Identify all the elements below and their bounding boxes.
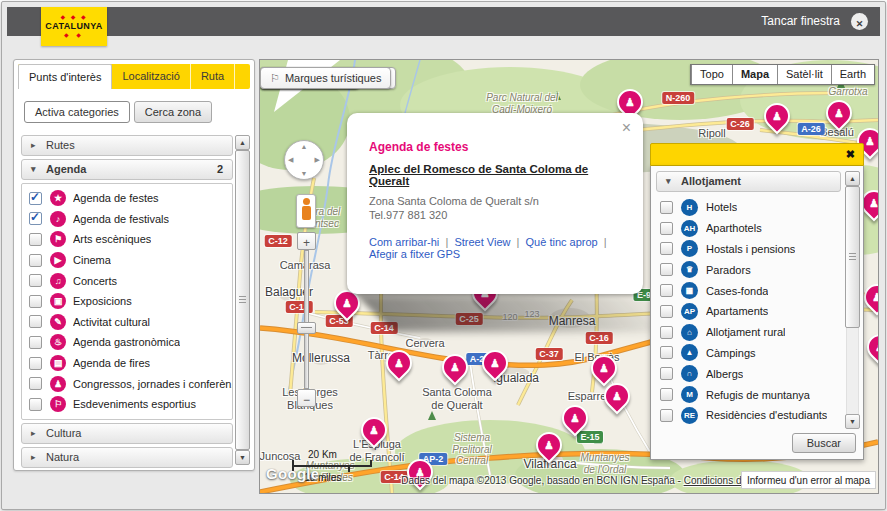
scroll-up-icon[interactable]	[235, 135, 250, 150]
lodging-row: AP Apartaments	[656, 301, 841, 322]
map-label: Muntanyes de l'Ordal	[581, 452, 630, 475]
lodging-panel-header[interactable]	[650, 143, 864, 166]
popup-action-link[interactable]: Què tinc aprop	[526, 236, 613, 248]
category-checkbox[interactable]	[29, 357, 42, 370]
lodging-checkbox[interactable]	[660, 305, 673, 318]
sidebar-tab[interactable]: Ruta	[191, 64, 235, 89]
map-attribution: Dades del mapa ©2013 Google, basado en B…	[401, 475, 754, 486]
scroll-up-icon[interactable]	[845, 171, 860, 186]
popup-title-link[interactable]: Aplec del Romesco de Santa Coloma de Que…	[369, 163, 623, 187]
map-type-button[interactable]: Satèl·lit	[777, 65, 831, 84]
map-type-button[interactable]: Mapa	[732, 65, 777, 84]
lodging-label: Hostals i pensions	[706, 243, 795, 255]
category-row: ★ Agenda de festes	[22, 188, 232, 209]
pan-up-icon[interactable]	[301, 143, 308, 150]
pan-control[interactable]	[284, 140, 324, 180]
panel-close-icon[interactable]	[846, 148, 855, 161]
map-marker[interactable]	[386, 350, 412, 376]
zoom-slider-track	[304, 250, 309, 389]
logo-text: CATALUNYA	[41, 21, 107, 32]
scroll-down-icon[interactable]	[235, 450, 250, 465]
lodging-icon: ∩	[681, 365, 698, 382]
road-badge: N-260	[662, 92, 694, 104]
map-type-button[interactable]: Topo	[691, 65, 732, 84]
map-marker[interactable]	[482, 350, 508, 376]
map-canvas[interactable]: Parc Natural del Cadí-MoixeróGarrotxaRip…	[259, 59, 879, 494]
map-type-button[interactable]: Earth	[831, 65, 874, 84]
scroll-thumb[interactable]	[235, 150, 250, 450]
map-marker[interactable]	[536, 432, 562, 458]
map-marker[interactable]	[442, 354, 468, 380]
category-checkbox[interactable]	[29, 192, 42, 205]
report-error-link[interactable]: Informeu d'un error al mapa	[741, 471, 876, 489]
sidebar-action-button[interactable]: Cerca zona	[134, 101, 212, 123]
pan-right-icon[interactable]	[315, 156, 320, 164]
category-checkbox[interactable]	[29, 274, 42, 287]
tree-icon	[428, 411, 436, 420]
sidebar-tab[interactable]: Localització	[112, 64, 190, 89]
lodging-checkbox[interactable]	[660, 326, 673, 339]
map-marker[interactable]	[361, 417, 387, 443]
zoom-slider-thumb[interactable]	[297, 322, 316, 334]
map-marker[interactable]	[826, 100, 852, 126]
scroll-thumb[interactable]	[845, 186, 860, 328]
map-marker[interactable]	[591, 355, 617, 381]
map-marker[interactable]	[617, 89, 643, 115]
map-marker[interactable]	[604, 383, 630, 409]
category-checkbox[interactable]	[29, 398, 42, 411]
road-badge: E-15	[577, 431, 603, 443]
zoom-in-button[interactable]	[297, 232, 316, 250]
category-checkbox[interactable]	[29, 377, 42, 390]
zoom-out-button[interactable]	[297, 389, 316, 407]
tool-label: Marques turístiques	[285, 72, 382, 84]
category-row: ♪ Agenda de festivals	[22, 209, 232, 230]
lodging-checkbox[interactable]	[660, 409, 673, 422]
lodging-checkbox[interactable]	[660, 263, 673, 276]
map-tool-button[interactable]: ⚐ Marques turístiques	[260, 67, 391, 89]
category-label: Agenda de festivals	[73, 213, 169, 225]
lodging-icon: ▦	[681, 282, 698, 299]
popup-action-link[interactable]: Afegir a fitxer GPS	[369, 248, 460, 260]
lodging-checkbox[interactable]	[660, 367, 673, 380]
lodging-checkbox[interactable]	[660, 242, 673, 255]
lodging-checkbox[interactable]	[660, 222, 673, 235]
lodging-checkbox[interactable]	[660, 346, 673, 359]
close-window-link[interactable]: Tancar finestra	[761, 7, 840, 36]
pegman-button[interactable]	[296, 194, 316, 228]
sidebar-action-button[interactable]: Activa categories	[24, 101, 130, 123]
map-type-label: Earth	[840, 68, 866, 80]
accordion-cultura[interactable]: Cultura	[21, 423, 233, 444]
popup-action-link[interactable]: Street View	[454, 236, 525, 248]
map-marker[interactable]	[562, 405, 588, 431]
accordion-allotjament[interactable]: Allotjament	[656, 171, 841, 192]
category-checkbox[interactable]	[29, 336, 42, 349]
category-list: Rutes Agenda 2 ★ Agenda de festes ♪	[21, 135, 250, 465]
search-button[interactable]: Buscar	[792, 433, 856, 453]
accordion-agenda[interactable]: Agenda 2	[21, 159, 233, 180]
map-marker[interactable]	[764, 103, 790, 129]
pan-down-icon[interactable]	[301, 170, 308, 177]
category-checkbox[interactable]	[29, 315, 42, 328]
lodging-checkbox[interactable]	[660, 201, 673, 214]
category-row: ▤ Agenda de fires	[22, 353, 232, 374]
popup-action-link[interactable]: Com arribar-hi	[369, 236, 454, 248]
map-marker[interactable]	[867, 334, 879, 360]
map-label: Cervera	[405, 337, 444, 350]
lodging-checkbox[interactable]	[660, 388, 673, 401]
category-checkbox[interactable]	[29, 254, 42, 267]
accordion-label: Cultura	[46, 427, 81, 439]
map-label: Santa Coloma de Queralt	[422, 386, 492, 411]
pan-left-icon[interactable]	[288, 156, 293, 164]
accordion-natura[interactable]: Natura	[21, 447, 233, 468]
popup-close-icon[interactable]	[622, 119, 631, 137]
sidebar-tab[interactable]: Punts d'interès	[18, 64, 112, 89]
category-checkbox[interactable]	[29, 295, 42, 308]
category-checkbox[interactable]	[29, 212, 42, 225]
map-marker[interactable]	[864, 284, 879, 310]
category-checkbox[interactable]	[29, 233, 42, 246]
accordion-rutes[interactable]: Rutes	[21, 135, 233, 156]
tool-icon: ⚐	[270, 72, 280, 85]
scroll-down-icon[interactable]	[845, 414, 860, 429]
close-window-icon[interactable]	[851, 13, 868, 30]
lodging-checkbox[interactable]	[660, 284, 673, 297]
